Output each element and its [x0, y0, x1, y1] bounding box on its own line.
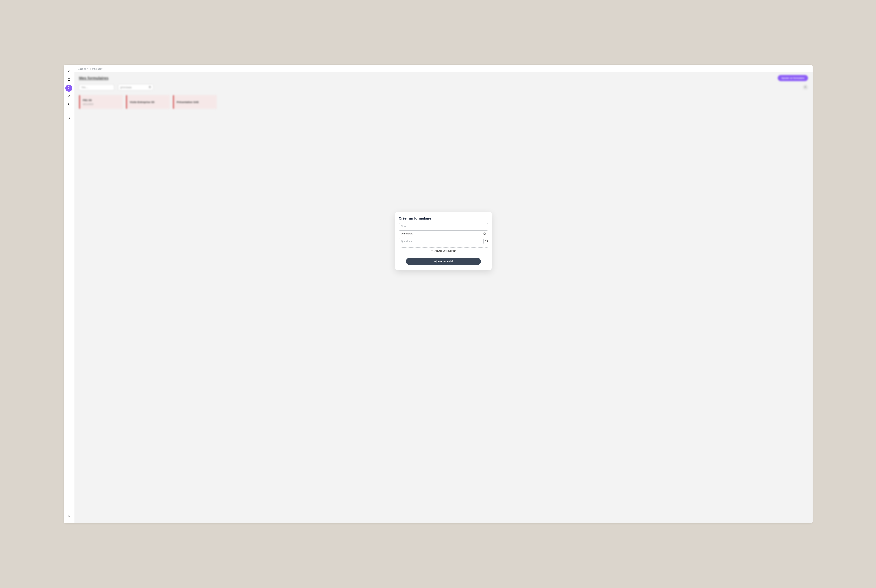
svg-rect-0 [68, 79, 70, 81]
form-date-input[interactable]: jj/mm/aaaa [399, 230, 488, 237]
svg-point-6 [805, 87, 806, 87]
lock-icon [67, 78, 70, 82]
submit-button[interactable]: Ajouter un suivi [406, 258, 481, 265]
minus-circle-icon [485, 239, 488, 243]
svg-point-1 [68, 95, 69, 96]
nav-person[interactable] [65, 102, 72, 108]
question-row [399, 238, 488, 244]
main-area: Accueil > Formulaires Mes formulaires Aj… [75, 64, 813, 524]
breadcrumb-sep: > [87, 68, 88, 70]
breadcrumb: Accueil > Formulaires [75, 64, 813, 72]
form-card-date: 20/11/2023 [83, 103, 120, 105]
form-card: Visite Entreprise S5 [126, 95, 170, 109]
nav-group[interactable] [65, 93, 72, 100]
svg-rect-5 [149, 86, 151, 88]
nav-home[interactable] [65, 68, 72, 75]
content-area: Mes formulaires Ajouter un formulaire Ti… [75, 72, 813, 524]
modal-title: Créer un formulaire [399, 216, 488, 220]
document-icon [67, 86, 70, 90]
form-card-title: Visite Entreprise S5 [130, 100, 167, 104]
chevrons-right-icon [67, 514, 70, 519]
svg-point-2 [69, 96, 70, 96]
nav-lock[interactable] [65, 76, 72, 83]
nav-logout[interactable] [65, 115, 72, 122]
create-form-modal: Créer un formulaire jj/mm/aaaa [395, 212, 492, 270]
remove-question-button[interactable] [485, 240, 488, 243]
calendar-icon [483, 232, 486, 235]
user-icon [67, 103, 70, 107]
app-window: Accueil > Formulaires Mes formulaires Aj… [64, 64, 813, 524]
filter-date-input: jj/mm/aaaa [118, 84, 153, 90]
page-title: Mes formulaires [79, 76, 109, 80]
form-card-title: Présentation SAE [177, 100, 214, 104]
background-page: Mes formulaires Ajouter un formulaire Ti… [79, 75, 808, 109]
home-icon [67, 69, 70, 74]
sidebar [64, 64, 75, 524]
form-title-input[interactable] [399, 223, 488, 230]
add-question-label: Ajouter une question [435, 249, 456, 252]
settings-button [803, 85, 808, 90]
form-card: Présentation SAE [173, 95, 217, 109]
calendar-icon [149, 86, 151, 88]
gear-icon [804, 86, 807, 89]
svg-point-3 [68, 104, 69, 105]
form-card: FB1 S5 20/11/2023 [79, 95, 123, 109]
question-input-1[interactable] [399, 238, 483, 244]
form-card-title: FB1 S5 [83, 99, 120, 102]
filter-date-text: jj/mm/aaaa [120, 86, 132, 88]
add-question-button[interactable]: Ajouter une question [399, 248, 488, 254]
nav-forms[interactable] [65, 85, 72, 92]
breadcrumb-current[interactable]: Formulaires [90, 68, 102, 70]
users-icon [67, 94, 70, 99]
breadcrumb-home[interactable]: Accueil [78, 68, 86, 70]
form-date-text: jj/mm/aaaa [401, 232, 412, 235]
filter-title-input: Titre ... [79, 84, 114, 90]
add-form-button: Ajouter un formulaire [778, 75, 808, 81]
svg-rect-7 [484, 232, 486, 234]
logout-icon [67, 116, 70, 120]
plus-icon [430, 249, 433, 252]
sidebar-expand[interactable] [65, 513, 72, 520]
